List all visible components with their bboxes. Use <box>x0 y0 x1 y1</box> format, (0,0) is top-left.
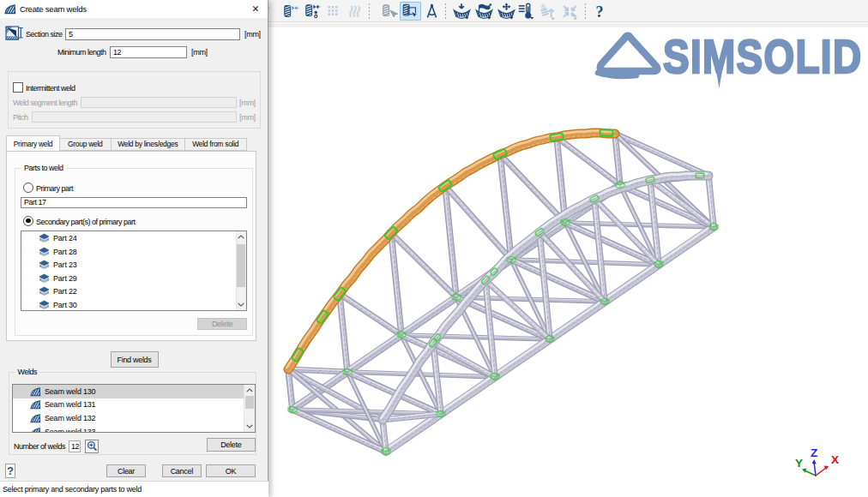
simsolid-watermark-logo: SIMSOLID <box>598 30 862 88</box>
primary-part-radio[interactable] <box>23 183 33 193</box>
bridge-truss-model[interactable] <box>286 129 718 455</box>
toolbar-fit-icon <box>559 2 581 21</box>
dialog-titlebar[interactable]: Create seam welds ✕ <box>0 0 268 18</box>
list-item[interactable]: Seam weld 131 <box>13 398 255 412</box>
scroll-up-button[interactable] <box>244 385 255 396</box>
part-icon <box>39 300 50 310</box>
list-item[interactable]: Seam weld 132 <box>13 411 255 425</box>
welds-list[interactable]: Seam weld 130Seam weld 131Seam weld 132S… <box>12 384 256 433</box>
primary-part-radio-label: Primary part <box>36 184 73 193</box>
list-item[interactable]: Part 29 <box>21 272 246 285</box>
scroll-thumb[interactable] <box>245 396 254 409</box>
axis-y-label: Y <box>795 457 803 470</box>
section-size-icon <box>5 26 23 40</box>
minimum-length-unit: [mm] <box>191 48 208 57</box>
find-welds-button[interactable]: Find welds <box>111 351 159 368</box>
scrollbar[interactable] <box>244 385 255 432</box>
secondary-parts-radio-label: Secondary part(s) of primary part <box>36 218 136 226</box>
list-item[interactable]: Part 30 <box>21 298 246 311</box>
toolbar-flag-weld-icon[interactable] <box>473 2 495 21</box>
simsolid-window: SIMSOLID <box>0 0 868 497</box>
toolbar-spot-weld-grid-icon <box>323 2 345 21</box>
list-item[interactable]: Part 23 <box>21 258 246 272</box>
toolbar-help-icon[interactable]: ? <box>588 2 610 21</box>
tab-primary-weld[interactable]: Primary weld <box>6 135 60 151</box>
part-icon <box>39 273 50 284</box>
part-icon <box>39 260 50 270</box>
toolbar-thermal-icon[interactable] <box>515 2 537 21</box>
minimum-length-label: Minimum length <box>57 48 106 57</box>
parts-to-weld-group: Parts to weld Primary part Part 17 Secon… <box>15 168 253 336</box>
intermittent-weld-checkbox[interactable] <box>13 82 23 93</box>
help-button[interactable]: ? <box>5 464 16 478</box>
ok-button[interactable]: OK <box>206 464 256 477</box>
toolbar-separator <box>368 3 371 20</box>
scroll-up-button[interactable] <box>237 231 247 243</box>
toolbar-separator <box>584 3 587 20</box>
seam-weld-icon <box>30 413 41 423</box>
toolbar-box-pick-weld-icon[interactable] <box>400 2 421 21</box>
seam-weld-icon <box>30 427 41 433</box>
welds-group-label: Welds <box>15 368 39 376</box>
section-size-unit: [mm] <box>244 30 261 39</box>
svg-text:SIMSOLID: SIMSOLID <box>663 30 862 83</box>
toolbar-seam-weld-edge-icon[interactable] <box>281 2 303 21</box>
list-item[interactable]: Part 22 <box>21 285 246 299</box>
create-seam-welds-dialog: Create seam welds ✕ Section size 5 [mm] … <box>0 0 268 497</box>
scrollbar[interactable] <box>236 231 247 310</box>
dialog-close-button[interactable]: ✕ <box>250 4 261 15</box>
tab-group-weld[interactable]: Group weld <box>60 138 112 152</box>
scroll-thumb[interactable] <box>237 244 245 287</box>
cancel-button[interactable]: Cancel <box>162 464 202 477</box>
primary-part-input[interactable]: Part 17 <box>21 197 247 209</box>
toolbar-solve-icon: S <box>537 2 558 21</box>
dialog-weld-icon <box>4 3 16 15</box>
part-icon <box>39 247 50 257</box>
weld-segment-length-unit: [mm] <box>239 99 256 107</box>
minimum-length-input[interactable]: 12 <box>110 46 187 58</box>
weld-segment-length-input <box>81 97 237 108</box>
intermittent-weld-label: Intermittent weld <box>26 84 75 93</box>
toolbar-separator <box>444 3 447 20</box>
zoom-to-weld-button[interactable] <box>85 440 99 453</box>
weld-tabs: Primary weldGroup weldWeld by lines/edge… <box>6 135 247 151</box>
pitch-input <box>32 111 237 123</box>
section-size-input[interactable]: 5 <box>65 28 240 40</box>
list-item[interactable]: Seam weld 130 <box>13 385 255 398</box>
delete-part-button[interactable]: Delete <box>197 318 247 331</box>
dialog-title: Create seam welds <box>20 4 87 14</box>
tab-weld-by-lines-edges[interactable]: Weld by lines/edges <box>112 138 186 152</box>
svg-text:?: ? <box>595 3 603 20</box>
toolbar-measure-icon[interactable] <box>421 2 443 21</box>
clear-button[interactable]: Clear <box>106 464 146 477</box>
part-icon <box>39 286 50 296</box>
list-item[interactable]: Part 24 <box>21 231 246 245</box>
section-size-label: Section size <box>26 30 63 39</box>
pitch-unit: [mm] <box>239 113 256 122</box>
part-icon <box>39 233 50 243</box>
axis-z-label: Z <box>811 446 817 459</box>
seam-weld-icon <box>30 399 41 410</box>
status-text: Select primary and secondary parts to we… <box>3 485 142 494</box>
dialog-status-bar: Select primary and secondary parts to we… <box>0 481 268 497</box>
seam-weld-icon <box>30 386 41 397</box>
toolbar-import-weld-icon[interactable] <box>451 2 473 21</box>
axis-triad: Z Y X <box>795 446 839 476</box>
toolbar-disp-weld-icon[interactable] <box>496 2 517 21</box>
scroll-down-button[interactable] <box>244 421 255 432</box>
pitch-label: Pitch <box>13 113 28 122</box>
intermittent-weld-group: Intermittent weld Weld segment length [m… <box>8 71 261 129</box>
tab-weld-from-solid[interactable]: Weld from solid <box>185 138 247 152</box>
secondary-parts-list[interactable]: Part 24Part 28Part 23Part 29Part 22Part … <box>21 231 247 311</box>
toolbar-adhesive-icon <box>345 2 366 21</box>
number-of-welds-value: 12 <box>69 440 81 452</box>
delete-weld-button[interactable]: Delete <box>207 438 256 452</box>
secondary-parts-radio[interactable] <box>23 216 33 226</box>
toolbar-pick-weld-icon[interactable] <box>379 2 401 21</box>
list-item[interactable]: Part 28 <box>21 245 246 259</box>
scroll-down-button[interactable] <box>237 299 247 310</box>
toolbar-seam-weld-icon[interactable] <box>303 2 324 21</box>
list-item[interactable]: Seam weld 133 <box>13 425 255 433</box>
welds-group: Welds Seam weld 130Seam weld 131Seam wel… <box>9 372 256 455</box>
weld-segment-length-label: Weld segment length <box>13 99 77 107</box>
